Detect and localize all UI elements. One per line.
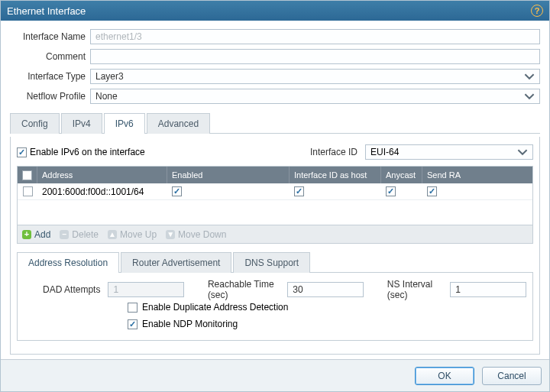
- table-row[interactable]: 2001:600d:f00d::1001/64: [18, 183, 532, 200]
- cancel-button[interactable]: Cancel: [482, 367, 542, 385]
- netflow-profile-value: None: [95, 91, 118, 102]
- tab-config[interactable]: Config: [10, 113, 60, 134]
- grid-header: Address Enabled Interface ID as host Any…: [18, 167, 532, 183]
- subtab-dns-support[interactable]: DNS Support: [233, 252, 310, 273]
- tab-ipv4[interactable]: IPv4: [61, 113, 102, 134]
- enable-ndp-label: Enable NDP Monitoring: [142, 319, 238, 329]
- address-resolution-panel: DAD Attempts 1 Reachable Time (sec) 30 N…: [17, 273, 533, 341]
- ipv6-panel: Enable IPv6 on the interface Interface I…: [10, 137, 540, 355]
- interface-id-value: EUI-64: [370, 147, 399, 157]
- dialog-body: Interface Name ethernet1/3 Comment Inter…: [1, 21, 549, 359]
- move-down-label: Move Down: [178, 229, 226, 240]
- comment-label: Comment: [10, 51, 90, 62]
- ns-interval-field[interactable]: 1: [450, 282, 526, 297]
- enable-ndp-checkbox[interactable]: [128, 319, 138, 329]
- add-button[interactable]: + Add: [22, 229, 50, 240]
- dialog-footer: OK Cancel: [1, 359, 549, 391]
- help-icon[interactable]: ?: [531, 5, 543, 17]
- subtab-router-advertisement[interactable]: Router Advertisement: [121, 252, 231, 273]
- move-down-button[interactable]: ▼ Move Down: [166, 229, 226, 240]
- reachable-time-field[interactable]: 30: [287, 282, 364, 297]
- row-anycast-checkbox[interactable]: [386, 186, 396, 196]
- ethernet-interface-dialog: Ethernet Interface ? Interface Name ethe…: [0, 0, 550, 392]
- chevron-down-icon: [517, 147, 528, 157]
- minus-icon: −: [60, 230, 69, 239]
- arrow-down-icon: ▼: [166, 230, 175, 239]
- enable-ipv6-checkbox[interactable]: [17, 147, 27, 157]
- col-send-ra[interactable]: Send RA: [422, 167, 532, 183]
- enable-dad-checkbox[interactable]: [128, 303, 138, 313]
- netflow-profile-label: Netflow Profile: [10, 91, 90, 102]
- col-anycast[interactable]: Anycast: [381, 167, 422, 183]
- dad-attempts-label: DAD Attempts: [24, 284, 105, 295]
- ok-button[interactable]: OK: [415, 367, 474, 385]
- delete-button[interactable]: − Delete: [60, 229, 99, 240]
- interface-id-label: Interface ID: [310, 147, 362, 157]
- comment-field[interactable]: [90, 49, 540, 64]
- interface-name-field[interactable]: ethernet1/3: [90, 29, 540, 44]
- interface-id-select[interactable]: EUI-64: [365, 144, 533, 160]
- add-label: Add: [34, 229, 50, 240]
- chevron-down-icon: [524, 91, 535, 102]
- subtab-address-resolution[interactable]: Address Resolution: [17, 252, 119, 273]
- col-iid-host[interactable]: Interface ID as host: [290, 167, 381, 183]
- ipv6-subtabs: Address Resolution Router Advertisement …: [17, 251, 533, 273]
- select-all-checkbox[interactable]: [22, 170, 32, 180]
- interface-type-select[interactable]: Layer3: [90, 69, 540, 84]
- arrow-up-icon: ▲: [108, 230, 117, 239]
- dad-attempts-field[interactable]: 1: [108, 282, 184, 297]
- enable-dad-label: Enable Duplicate Address Detection: [142, 302, 288, 313]
- row-enabled-checkbox[interactable]: [172, 186, 182, 196]
- ns-interval-label: NS Interval (sec): [387, 279, 447, 300]
- grid-toolbar: + Add − Delete ▲ Move Up ▼ Move Down: [18, 225, 532, 243]
- reachable-time-label: Reachable Time (sec): [208, 279, 284, 300]
- move-up-label: Move Up: [120, 229, 157, 240]
- chevron-down-icon: [524, 71, 535, 82]
- address-grid: Address Enabled Interface ID as host Any…: [17, 166, 533, 244]
- netflow-profile-select[interactable]: None: [90, 89, 540, 104]
- row-iidhost-checkbox[interactable]: [294, 186, 304, 196]
- tab-advanced[interactable]: Advanced: [147, 113, 210, 134]
- interface-name-label: Interface Name: [10, 31, 90, 42]
- col-enabled[interactable]: Enabled: [167, 167, 290, 183]
- move-up-button[interactable]: ▲ Move Up: [108, 229, 157, 240]
- row-sendra-checkbox[interactable]: [427, 186, 437, 196]
- interface-type-value: Layer3: [95, 71, 124, 82]
- main-tabs: Config IPv4 IPv6 Advanced: [10, 112, 540, 134]
- dialog-title: Ethernet Interface: [7, 5, 86, 17]
- title-bar: Ethernet Interface ?: [1, 1, 549, 21]
- grid-body: 2001:600d:f00d::1001/64: [18, 183, 532, 225]
- delete-label: Delete: [72, 229, 99, 240]
- tab-ipv6[interactable]: IPv6: [104, 113, 145, 134]
- row-select-checkbox[interactable]: [23, 186, 33, 196]
- enable-ipv6-label: Enable IPv6 on the interface: [30, 147, 145, 157]
- interface-type-label: Interface Type: [10, 71, 90, 82]
- row-address: 2001:600d:f00d::1001/64: [37, 183, 167, 199]
- plus-icon: +: [22, 230, 31, 239]
- col-address[interactable]: Address: [37, 167, 167, 183]
- interface-name-value: ethernet1/3: [95, 31, 142, 42]
